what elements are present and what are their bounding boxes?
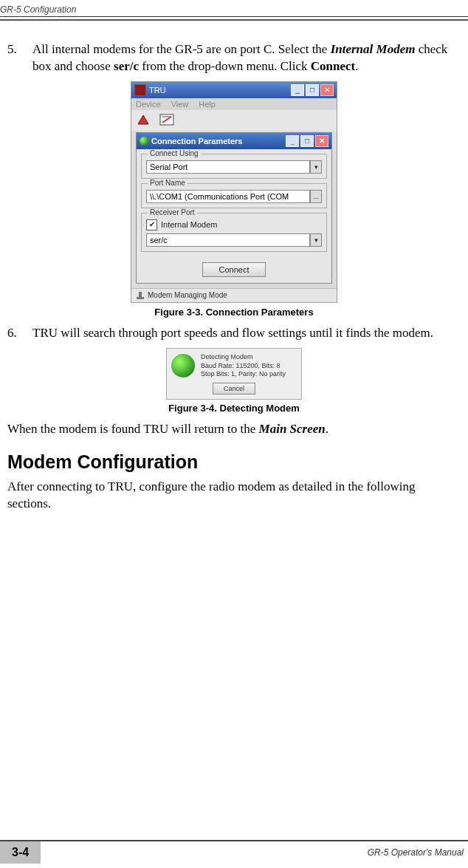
receiver-port-value[interactable] bbox=[146, 233, 310, 247]
svg-marker-0 bbox=[138, 115, 148, 124]
page-header: GR-5 Configuration bbox=[0, 0, 468, 16]
detecting-modem-dialog: Detecting Modem Baud Rate: 115200, Bits:… bbox=[166, 348, 302, 400]
port-name-value[interactable] bbox=[146, 190, 310, 203]
step-text: All internal modems for the GR-5 are on … bbox=[32, 41, 461, 75]
toolbar-triangle-icon[interactable] bbox=[136, 113, 151, 128]
internal-modem-checkbox-row[interactable]: ✔ Internal Modem bbox=[146, 219, 322, 230]
dialog-line: Baud Rate: 115200, Bits: 8 bbox=[201, 362, 286, 371]
dialog-line: Stop Bits: 1, Parity: No parity bbox=[201, 370, 286, 379]
dialog-title: Connection Parameters bbox=[151, 137, 242, 146]
menu-help[interactable]: Help bbox=[199, 100, 216, 109]
figure-3-3: TRU _ □ ✕ Device View Help bbox=[7, 81, 461, 318]
text-fragment: from the drop-down menu. Click bbox=[139, 59, 311, 73]
group-port-name: Port Name ... bbox=[141, 183, 327, 208]
emphasis-internal-modem: Internal Modem bbox=[331, 42, 416, 56]
progress-icon bbox=[171, 354, 195, 377]
dialog-close-button[interactable]: ✕ bbox=[315, 135, 328, 147]
tru-app-window: TRU _ □ ✕ Device View Help bbox=[131, 81, 337, 303]
manual-name: GR-5 Operator's Manual bbox=[41, 841, 468, 864]
text-fragment: . bbox=[326, 422, 328, 436]
window-title: TRU bbox=[149, 86, 166, 95]
step-6: 6. TRU will search through port speeds a… bbox=[7, 325, 461, 342]
figure-caption: Figure 3-4. Detecting Modem bbox=[7, 403, 461, 414]
group-legend: Receiver Port bbox=[148, 208, 197, 216]
page-number: 3-4 bbox=[0, 841, 41, 864]
text-fragment: When the modem is found TRU will return … bbox=[7, 422, 259, 436]
dialog-heading: Detecting Modem bbox=[201, 353, 286, 362]
page-footer: 3-4 GR-5 Operator's Manual bbox=[0, 840, 468, 864]
statusbar: Modem Managing Mode bbox=[131, 288, 337, 302]
dialog-titlebar: Connection Parameters _ □ ✕ bbox=[137, 133, 331, 149]
app-icon bbox=[134, 84, 146, 96]
titlebar: TRU _ □ ✕ bbox=[131, 82, 337, 98]
internal-modem-checkbox[interactable]: ✔ bbox=[146, 219, 157, 230]
port-name-field[interactable]: ... bbox=[146, 190, 322, 203]
toolbar-config-icon[interactable] bbox=[159, 113, 174, 128]
dialog-button-row: Connect bbox=[137, 256, 331, 283]
step-5: 5. All internal modems for the GR-5 are … bbox=[7, 41, 461, 75]
emphasis-serc: ser/c bbox=[114, 59, 139, 73]
group-connect-using: Connect Using ▾ bbox=[141, 154, 327, 179]
dialog-icon bbox=[140, 137, 148, 146]
emphasis-main-screen: Main Screen bbox=[259, 422, 326, 436]
header-rule bbox=[0, 16, 468, 21]
minimize-button[interactable]: _ bbox=[291, 84, 304, 96]
group-legend: Connect Using bbox=[148, 149, 201, 157]
menubar: Device View Help bbox=[131, 98, 337, 110]
connect-button[interactable]: Connect bbox=[202, 262, 266, 277]
emphasis-connect: Connect bbox=[311, 59, 355, 73]
menu-device[interactable]: Device bbox=[136, 100, 161, 109]
connection-parameters-dialog: Connection Parameters _ □ ✕ Connect Usin… bbox=[136, 132, 332, 284]
paragraph: After connecting to TRU, configure the r… bbox=[7, 479, 461, 513]
cancel-button[interactable]: Cancel bbox=[213, 383, 255, 394]
figure-3-4: Detecting Modem Baud Rate: 115200, Bits:… bbox=[7, 348, 461, 414]
internal-modem-label: Internal Modem bbox=[161, 220, 217, 229]
menu-view[interactable]: View bbox=[171, 100, 189, 109]
maximize-button[interactable]: □ bbox=[306, 84, 319, 96]
connect-using-dropdown[interactable]: ▾ bbox=[146, 160, 322, 174]
dropdown-arrow-icon[interactable]: ▾ bbox=[310, 160, 322, 174]
text-fragment: . bbox=[355, 59, 358, 73]
figure-caption: Figure 3-3. Connection Parameters bbox=[7, 307, 461, 318]
paragraph: When the modem is found TRU will return … bbox=[7, 421, 461, 438]
status-text: Modem Managing Mode bbox=[148, 291, 227, 299]
connect-using-value[interactable] bbox=[146, 160, 310, 174]
text-fragment: All internal modems for the GR-5 are on … bbox=[32, 42, 331, 56]
dialog-maximize-button[interactable]: □ bbox=[300, 135, 314, 147]
dropdown-arrow-icon[interactable]: ▾ bbox=[310, 233, 322, 247]
dialog-minimize-button[interactable]: _ bbox=[286, 135, 299, 147]
browse-button[interactable]: ... bbox=[310, 190, 322, 203]
svg-rect-5 bbox=[137, 297, 144, 299]
step-number: 5. bbox=[7, 41, 32, 75]
page-content: 5. All internal modems for the GR-5 are … bbox=[0, 41, 468, 513]
status-icon bbox=[136, 291, 145, 300]
group-receiver-port: Receiver Port ✔ Internal Modem ▾ bbox=[141, 213, 327, 252]
toolbar bbox=[131, 110, 337, 131]
step-text: TRU will search through port speeds and … bbox=[32, 325, 461, 342]
group-legend: Port Name bbox=[148, 179, 187, 187]
receiver-port-dropdown[interactable]: ▾ bbox=[146, 233, 322, 247]
close-button[interactable]: ✕ bbox=[320, 84, 334, 96]
section-heading: Modem Configuration bbox=[7, 451, 461, 473]
step-number: 6. bbox=[7, 325, 32, 342]
